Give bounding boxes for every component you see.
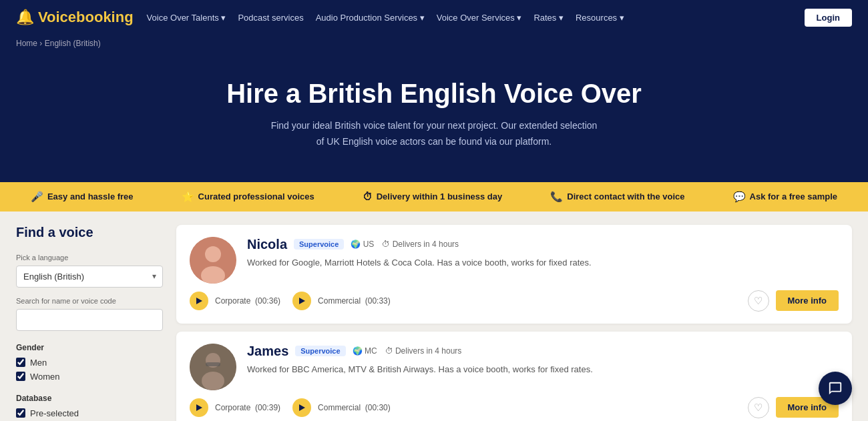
- badge-contact: 📞 Direct contact with the voice: [526, 191, 708, 203]
- commercial-label-nicola: Commercial (00:33): [318, 296, 391, 306]
- badge-sample-label: Ask for a free sample: [750, 191, 838, 201]
- breadcrumb: Home › English (British): [0, 35, 868, 55]
- voice-card-top-james: James Supervoice 🌍 MC ⏱ Delivers in 4 ho…: [190, 344, 839, 390]
- voice-name-james: James: [247, 344, 288, 359]
- play-commercial-james[interactable]: [292, 398, 311, 417]
- chat-icon: 💬: [733, 191, 746, 203]
- chat-bubble[interactable]: [819, 372, 852, 405]
- badge-contact-label: Direct contact with the voice: [567, 191, 684, 201]
- badge-easy-label: Easy and hassle free: [47, 191, 134, 201]
- nav-link-resources[interactable]: Resources ▾: [576, 13, 624, 23]
- badge-curated: ⭐ Curated professional voices: [158, 191, 339, 203]
- play-corporate-james[interactable]: [190, 398, 208, 417]
- nav-link-podcast-services[interactable]: Podcast services: [238, 13, 303, 23]
- voice-card-james: James Supervoice 🌍 MC ⏱ Delivers in 4 ho…: [176, 332, 852, 421]
- badge-sample: 💬 Ask for a free sample: [709, 191, 862, 203]
- voice-header-nicola: Nicola Supervoice 🌍 US ⏱ Delivers in 4 h…: [247, 237, 839, 252]
- login-button[interactable]: Login: [805, 9, 852, 27]
- navbar: 🔔 Voicebooking Voice Over Talents ▾Podca…: [0, 0, 868, 35]
- badge-easy: 🎤 Easy and hassle free: [7, 191, 158, 203]
- svg-marker-10: [299, 404, 305, 411]
- sidebar: Find a voice Pick a language English (Br…: [16, 225, 163, 421]
- badge-curated-label: Curated professional voices: [198, 191, 314, 201]
- chat-bubble-icon: [828, 381, 843, 396]
- phone-icon: 📞: [550, 191, 563, 203]
- database-section-title: Database: [16, 394, 163, 403]
- breadcrumb-home[interactable]: Home: [16, 39, 37, 48]
- gender-women-row: Women: [16, 372, 163, 382]
- avatar-james: [190, 344, 236, 390]
- hero-description: Find your ideal British voice talent for…: [267, 118, 601, 150]
- voice-meta-nicola: 🌍 US ⏱ Delivers in 4 hours: [351, 240, 459, 249]
- delivery-nicola: ⏱ Delivers in 4 hours: [382, 240, 459, 249]
- svg-marker-3: [196, 298, 202, 304]
- language-select-wrapper: English (British): [16, 266, 163, 288]
- badge-delivery: ⏱ Delivery within 1 business day: [339, 191, 527, 202]
- language-label: Pick a language: [16, 254, 163, 262]
- svg-rect-8: [206, 362, 220, 366]
- hero-section: Hire a British English Voice Over Find y…: [0, 55, 868, 182]
- clock-icon: ⏱: [363, 191, 373, 202]
- search-label: Search for name or voice code: [16, 297, 163, 305]
- gender-section-title: Gender: [16, 343, 163, 352]
- supervoice-badge-james: Supervoice: [295, 346, 345, 356]
- svg-marker-9: [196, 404, 202, 411]
- language-select[interactable]: English (British): [16, 266, 163, 288]
- voice-info-nicola: Nicola Supervoice 🌍 US ⏱ Delivers in 4 h…: [247, 237, 839, 270]
- supervoice-badge-nicola: Supervoice: [294, 239, 344, 250]
- microphone-icon: 🎤: [31, 191, 43, 203]
- badges-bar: 🎤 Easy and hassle free ⭐ Curated profess…: [0, 182, 868, 212]
- country-james: 🌍 MC: [353, 346, 377, 356]
- more-info-nicola[interactable]: More info: [776, 290, 839, 311]
- voice-list: Nicola Supervoice 🌍 US ⏱ Delivers in 4 h…: [176, 225, 852, 421]
- voice-desc-james: Worked for BBC America, MTV & British Ai…: [247, 363, 839, 376]
- nav-link-voice-over-talents[interactable]: Voice Over Talents ▾: [147, 13, 226, 23]
- database-preselected-label: Pre-selected: [30, 408, 79, 418]
- nav-link-rates[interactable]: Rates ▾: [533, 13, 564, 23]
- commercial-label-james: Commercial (00:30): [318, 403, 391, 412]
- delivery-james: ⏱ Delivers in 4 hours: [385, 346, 462, 356]
- voice-desc-nicola: Worked for Google, Marriott Hotels & Coc…: [247, 256, 839, 270]
- logo-icon: 🔔: [16, 9, 34, 26]
- main-layout: Find a voice Pick a language English (Br…: [0, 212, 868, 421]
- favorite-james[interactable]: ♡: [748, 397, 769, 418]
- svg-point-1: [205, 246, 221, 262]
- star-icon: ⭐: [182, 191, 194, 203]
- nav-links: Voice Over Talents ▾Podcast servicesAudi…: [147, 13, 791, 23]
- play-commercial-nicola[interactable]: [292, 292, 311, 310]
- gender-women-label: Women: [30, 372, 60, 382]
- database-preselected-checkbox[interactable]: [16, 408, 25, 418]
- voice-name-nicola: Nicola: [247, 237, 287, 252]
- gender-men-checkbox[interactable]: [16, 358, 25, 367]
- breadcrumb-separator: ›: [39, 39, 44, 48]
- voice-card-nicola: Nicola Supervoice 🌍 US ⏱ Delivers in 4 h…: [176, 225, 852, 324]
- nav-link-audio-production-services[interactable]: Audio Production Services ▾: [316, 13, 425, 23]
- favorite-nicola[interactable]: ♡: [748, 290, 769, 312]
- avatar-nicola: [190, 237, 236, 284]
- voice-meta-james: 🌍 MC ⏱ Delivers in 4 hours: [353, 346, 462, 356]
- voice-card-top-nicola: Nicola Supervoice 🌍 US ⏱ Delivers in 4 h…: [190, 237, 839, 284]
- voice-header-james: James Supervoice 🌍 MC ⏱ Delivers in 4 ho…: [247, 344, 839, 359]
- play-corporate-nicola[interactable]: [190, 292, 208, 310]
- voice-info-james: James Supervoice 🌍 MC ⏱ Delivers in 4 ho…: [247, 344, 839, 376]
- sidebar-title: Find a voice: [16, 225, 163, 240]
- voice-card-bottom-nicola: Corporate (00:36) Commercial (00:33) ♡ M…: [190, 290, 839, 312]
- hero-title: Hire a British English Voice Over: [13, 79, 855, 109]
- logo[interactable]: 🔔 Voicebooking: [16, 9, 134, 26]
- svg-point-7: [202, 372, 224, 390]
- gender-men-row: Men: [16, 358, 163, 368]
- country-nicola: 🌍 US: [351, 240, 374, 249]
- badge-delivery-label: Delivery within 1 business day: [377, 191, 503, 201]
- gender-men-label: Men: [30, 358, 47, 368]
- database-preselected-row: Pre-selected: [16, 408, 163, 418]
- logo-text: Voicebooking: [38, 9, 134, 26]
- search-input[interactable]: [16, 309, 163, 331]
- gender-women-checkbox[interactable]: [16, 372, 25, 381]
- corporate-label-nicola: Corporate (00:36): [215, 296, 280, 306]
- nav-link-voice-over-services[interactable]: Voice Over Services ▾: [437, 13, 522, 23]
- svg-marker-4: [299, 298, 305, 304]
- voice-card-bottom-james: Corporate (00:39) Commercial (00:30) ♡ M…: [190, 397, 839, 418]
- breadcrumb-current: English (British): [45, 39, 101, 48]
- corporate-label-james: Corporate (00:39): [215, 403, 280, 412]
